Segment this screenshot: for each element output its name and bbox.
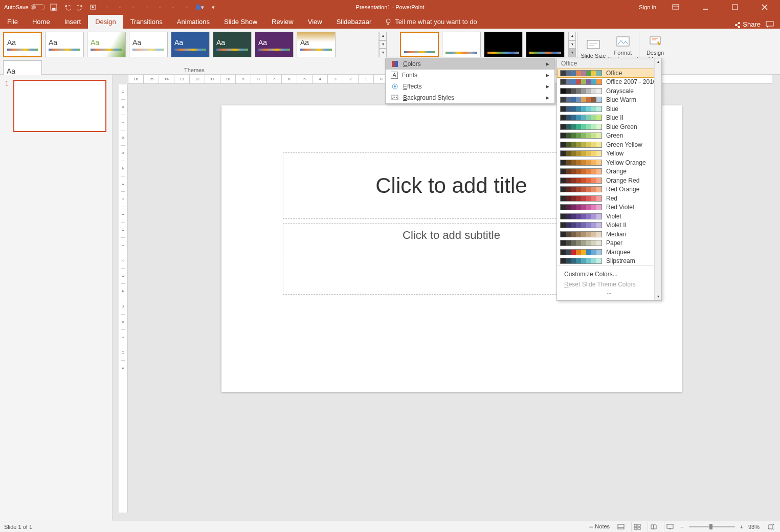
svg-rect-21: [667, 524, 673, 528]
share-button[interactable]: Share: [734, 20, 761, 29]
slide-sorter-icon[interactable]: [631, 522, 642, 531]
color-scheme-item[interactable]: Green: [557, 131, 661, 141]
color-scheme-item[interactable]: Yellow Orange: [557, 158, 661, 167]
workspace: 1 16151413121110987654321012345678910111…: [0, 75, 780, 521]
ribbon-display-icon[interactable]: [665, 0, 686, 14]
svg-rect-16: [618, 524, 624, 529]
theme-thumb[interactable]: Aa: [87, 32, 126, 57]
svg-rect-22: [769, 525, 773, 529]
format-background-icon: [616, 35, 630, 49]
theme-thumb[interactable]: Aa: [213, 32, 252, 57]
theme-thumb[interactable]: Aa: [171, 32, 210, 57]
tab-view[interactable]: View: [301, 15, 329, 29]
qat-icon[interactable]: ▫: [182, 3, 191, 12]
tab-design[interactable]: Design: [88, 15, 123, 29]
color-scheme-item[interactable]: Office: [557, 69, 661, 78]
qat-icon[interactable]: ▫: [155, 3, 165, 12]
color-scheme-item[interactable]: Red Violet: [557, 203, 661, 212]
customize-colors[interactable]: Customize Colors...: [564, 269, 654, 279]
save-icon[interactable]: [49, 3, 58, 12]
color-scheme-item[interactable]: Blue Warm: [557, 96, 661, 105]
tab-animations[interactable]: Animations: [170, 15, 217, 29]
redo-icon[interactable]: [76, 3, 85, 12]
color-scheme-item[interactable]: Median: [557, 230, 661, 239]
variant-thumb[interactable]: [442, 32, 481, 57]
status-slide-count: Slide 1 of 1: [4, 524, 32, 530]
color-scheme-item[interactable]: Paper: [557, 239, 661, 248]
slide-size-icon: [586, 38, 600, 52]
autosave-toggle[interactable]: AutoSave: [4, 4, 45, 10]
variant-thumb[interactable]: [526, 32, 565, 57]
tab-slidebazaar[interactable]: Slidebazaar: [329, 15, 379, 29]
fit-to-window-icon[interactable]: [765, 522, 776, 531]
color-scheme-item[interactable]: Orange: [557, 167, 661, 176]
color-scheme-item[interactable]: Office 2007 - 2010: [557, 78, 661, 87]
maximize-icon[interactable]: [725, 0, 745, 14]
color-scheme-item[interactable]: Blue: [557, 104, 661, 114]
color-scheme-item[interactable]: Blue II: [557, 114, 661, 123]
tab-review[interactable]: Review: [264, 15, 301, 29]
themes-gallery-expand[interactable]: ▴▾▾: [378, 32, 387, 57]
zoom-in-button[interactable]: +: [740, 524, 743, 530]
color-scheme-item[interactable]: Red: [557, 194, 661, 203]
color-scheme-item[interactable]: Blue Green: [557, 122, 661, 131]
tell-me-search[interactable]: Tell me what you want to do: [378, 15, 483, 29]
theme-thumb[interactable]: Aa: [45, 32, 84, 57]
variant-thumb[interactable]: [400, 32, 439, 57]
tab-insert[interactable]: Insert: [57, 15, 88, 29]
tab-transitions[interactable]: Transitions: [123, 15, 170, 29]
color-scheme-item[interactable]: Grayscale: [557, 86, 661, 96]
minimize-icon[interactable]: [695, 0, 716, 14]
sign-in-link[interactable]: Sign in: [639, 4, 656, 10]
comments-icon[interactable]: [766, 21, 774, 28]
theme-thumb[interactable]: Aa: [255, 32, 294, 57]
colors-icon: [391, 60, 399, 68]
vertical-ruler[interactable]: 9876543210123456789: [119, 84, 128, 513]
variants-gallery-expand[interactable]: ▴▾▾: [568, 32, 576, 57]
menu-item-background-styles[interactable]: Background Styles▶: [386, 92, 554, 103]
theme-thumb[interactable]: Aa: [3, 32, 42, 57]
reading-view-icon[interactable]: [648, 522, 659, 531]
zoom-slider[interactable]: [689, 526, 735, 527]
close-icon[interactable]: [754, 0, 775, 14]
menu-item-fonts[interactable]: A Fonts▶: [386, 70, 554, 81]
effects-icon: [391, 82, 399, 91]
zoom-out-button[interactable]: −: [680, 524, 683, 530]
start-from-beginning-icon[interactable]: [89, 3, 98, 12]
tab-slideshow[interactable]: Slide Show: [217, 15, 264, 29]
slide-thumbnail[interactable]: [13, 80, 106, 132]
theme-thumb[interactable]: Aa: [129, 32, 168, 57]
lightbulb-icon: [385, 18, 392, 26]
color-scheme-item[interactable]: Yellow: [557, 149, 661, 159]
variant-thumb[interactable]: [484, 32, 523, 57]
slideshow-view-icon[interactable]: [664, 522, 675, 531]
color-scheme-item[interactable]: Slipstream: [557, 257, 661, 266]
qat-icon[interactable]: ▫: [142, 3, 151, 12]
shape-fill-icon[interactable]: ▾: [195, 3, 205, 12]
color-scheme-item[interactable]: Violet: [557, 212, 661, 221]
menu-item-effects[interactable]: Effects▶: [386, 81, 554, 92]
slide-number: 1: [5, 80, 9, 87]
design-ideas-icon: [648, 35, 662, 49]
menu-item-colors[interactable]: CColorsolors ▶: [386, 58, 554, 70]
svg-rect-3: [673, 5, 679, 9]
color-scheme-item[interactable]: Marquee: [557, 248, 661, 257]
tab-home[interactable]: Home: [25, 15, 57, 29]
color-scheme-item[interactable]: Green Yellow: [557, 140, 661, 149]
undo-icon[interactable]: [62, 3, 72, 12]
normal-view-icon[interactable]: [615, 522, 626, 531]
theme-thumb[interactable]: Aa: [297, 32, 336, 57]
zoom-level[interactable]: 93%: [748, 524, 760, 530]
qat-icon[interactable]: ▫: [129, 3, 138, 12]
color-scheme-item[interactable]: Orange Red: [557, 176, 661, 185]
tab-file[interactable]: File: [0, 15, 25, 29]
qat-more-icon[interactable]: ▾: [209, 3, 218, 12]
qat-icon[interactable]: ▫: [102, 3, 112, 12]
notes-button[interactable]: ≐ Notes: [589, 523, 610, 530]
slide-thumbnail-panel[interactable]: 1: [0, 75, 113, 521]
qat-icon[interactable]: ▫: [116, 3, 125, 12]
qat-icon[interactable]: ▫: [169, 3, 178, 12]
color-scheme-item[interactable]: Red Orange: [557, 185, 661, 194]
color-scheme-item[interactable]: Violet II: [557, 221, 661, 230]
color-menu-scrollbar[interactable]: ▴▾: [654, 58, 661, 300]
